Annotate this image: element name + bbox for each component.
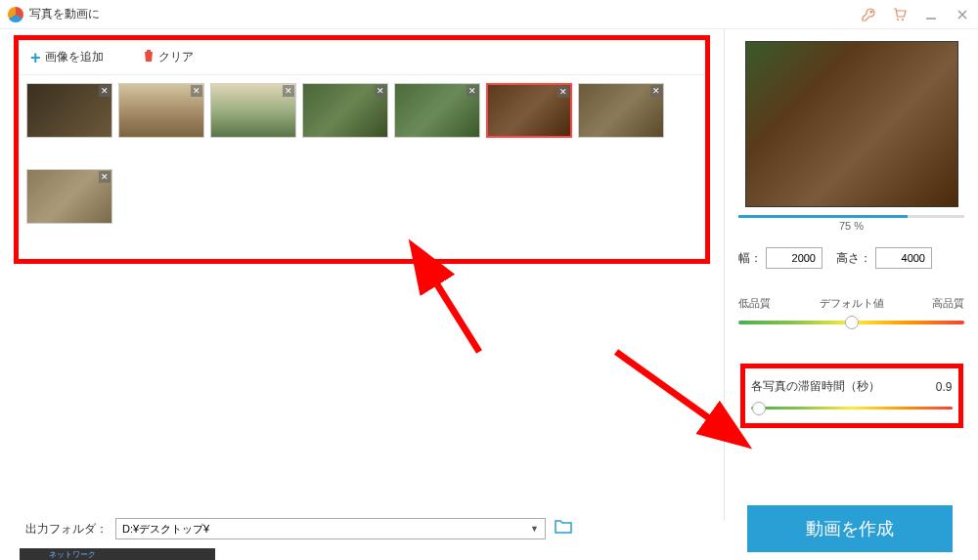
output-folder-select[interactable]: D:¥デスクトップ¥ ▼	[115, 518, 546, 539]
dwell-time-highlight: 各写真の滞留時間（秒） 0.9	[740, 364, 963, 428]
titlebar-controls	[861, 7, 970, 22]
svg-point-0	[897, 19, 899, 21]
key-icon[interactable]	[861, 7, 876, 22]
thumbnail-grid: ✕ ✕ ✕ ✕ ✕ ✕ ✕ ✕	[19, 83, 705, 259]
footer: 出力フォルダ： D:¥デスクトップ¥ ▼ 動画を作成	[0, 509, 978, 548]
thumb-remove-icon[interactable]: ✕	[191, 85, 202, 97]
output-folder-label: 出力フォルダ：	[25, 521, 108, 538]
preview-panel	[745, 41, 958, 207]
width-label: 幅：	[738, 250, 762, 267]
dwell-slider[interactable]	[751, 407, 953, 409]
create-video-button[interactable]: 動画を作成	[747, 505, 953, 552]
thumb-remove-icon[interactable]: ✕	[99, 85, 111, 97]
svg-line-6	[616, 352, 719, 425]
add-image-label: 画像を追加	[45, 49, 104, 65]
thumb-remove-icon[interactable]: ✕	[557, 86, 569, 98]
progress-fill	[738, 215, 908, 218]
quality-default-label: デフォルト値	[820, 296, 884, 311]
dwell-label-row: 各写真の滞留時間（秒） 0.9	[751, 378, 953, 395]
quality-low-label: 低品質	[738, 296, 771, 311]
dimension-row: 幅： 高さ：	[738, 247, 964, 269]
quality-slider-thumb[interactable]	[845, 316, 859, 329]
progress-bar[interactable]	[738, 215, 964, 218]
plus-icon: +	[30, 49, 41, 66]
clear-label: クリア	[158, 49, 194, 65]
titlebar: 写真を動画に	[0, 0, 978, 29]
image-area-highlight: + 画像を追加 クリア ✕ ✕ ✕ ✕ ✕ ✕ ✕ ✕	[14, 35, 710, 264]
thumbnail[interactable]: ✕	[302, 83, 388, 138]
folder-icon[interactable]	[554, 519, 573, 538]
clear-button[interactable]: クリア	[143, 49, 194, 65]
height-input[interactable]	[875, 247, 932, 269]
thumbnail[interactable]: ✕	[118, 83, 204, 138]
create-video-label: 動画を作成	[806, 517, 894, 540]
preview-image	[746, 42, 957, 206]
taskbar-stub: ネットワーク	[20, 548, 215, 560]
thumb-remove-icon[interactable]: ✕	[283, 85, 294, 97]
thumbnail[interactable]: ✕	[578, 83, 664, 138]
width-input[interactable]	[766, 247, 822, 269]
thumb-remove-icon[interactable]: ✕	[467, 85, 478, 97]
left-pane: + 画像を追加 クリア ✕ ✕ ✕ ✕ ✕ ✕ ✕ ✕	[0, 29, 724, 521]
thumbnail[interactable]: ✕	[26, 83, 112, 138]
chevron-down-icon: ▼	[530, 524, 539, 534]
close-icon[interactable]	[955, 7, 970, 22]
thumbnail[interactable]: ✕	[486, 83, 572, 138]
quality-slider[interactable]	[738, 321, 964, 324]
trash-icon	[143, 49, 155, 65]
annotation-arrow	[372, 244, 509, 385]
quality-high-label: 高品質	[932, 296, 964, 311]
dwell-slider-thumb[interactable]	[752, 402, 766, 415]
app-logo-icon	[8, 7, 23, 22]
quality-row: 低品質 デフォルト値 高品質	[738, 296, 964, 324]
thumbnail[interactable]: ✕	[394, 83, 480, 138]
svg-line-5	[430, 274, 479, 352]
dwell-value: 0.9	[936, 380, 953, 394]
dwell-label: 各写真の滞留時間（秒）	[751, 378, 880, 395]
thumbnail[interactable]: ✕	[26, 169, 112, 224]
height-label: 高さ：	[836, 250, 871, 267]
thumb-remove-icon[interactable]: ✕	[650, 85, 662, 97]
output-folder-path: D:¥デスクトップ¥	[122, 522, 209, 537]
progress-label: 75 %	[738, 220, 964, 232]
taskbar-item-label: ネットワーク	[49, 549, 96, 560]
minimize-icon[interactable]	[923, 7, 939, 22]
image-toolbar: + 画像を追加 クリア	[19, 40, 705, 75]
progress: 75 %	[738, 215, 964, 232]
thumb-remove-icon[interactable]: ✕	[375, 85, 386, 97]
add-image-button[interactable]: + 画像を追加	[30, 49, 104, 66]
quality-labels: 低品質 デフォルト値 高品質	[738, 296, 964, 311]
main: + 画像を追加 クリア ✕ ✕ ✕ ✕ ✕ ✕ ✕ ✕	[0, 29, 978, 521]
thumb-remove-icon[interactable]: ✕	[99, 171, 111, 183]
app-title: 写真を動画に	[29, 6, 100, 22]
thumbnail[interactable]: ✕	[210, 83, 296, 138]
right-pane: 75 % 幅： 高さ： 低品質 デフォルト値 高品質 各写真の滞留時間（秒） 0…	[724, 29, 978, 521]
svg-point-1	[902, 19, 904, 21]
cart-icon[interactable]	[892, 7, 908, 22]
